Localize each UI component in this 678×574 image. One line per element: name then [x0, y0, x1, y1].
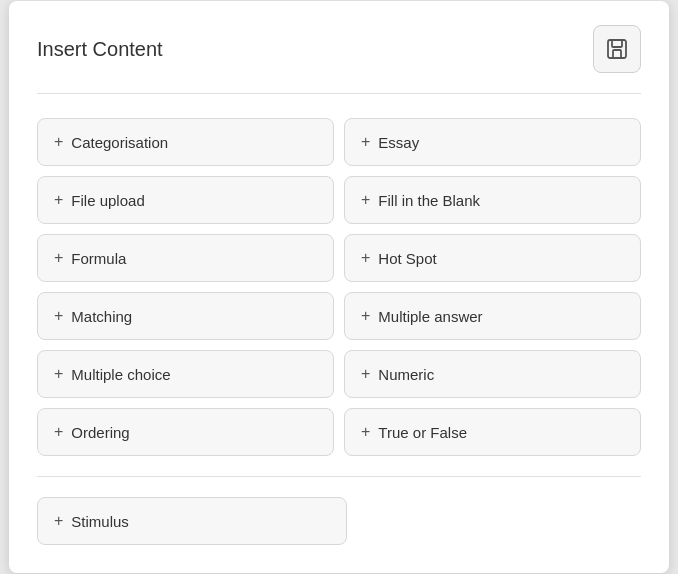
matching-button[interactable]: + Matching: [37, 292, 334, 340]
plus-icon: +: [54, 133, 63, 151]
plus-icon: +: [361, 365, 370, 383]
formula-button[interactable]: + Formula: [37, 234, 334, 282]
file-upload-label: File upload: [71, 192, 144, 209]
panel-header: Insert Content: [37, 25, 641, 73]
file-upload-button[interactable]: + File upload: [37, 176, 334, 224]
plus-icon: +: [361, 249, 370, 267]
save-icon: [605, 37, 629, 61]
categorisation-button[interactable]: + Categorisation: [37, 118, 334, 166]
stimulus-button[interactable]: + Stimulus: [37, 497, 347, 545]
categorisation-label: Categorisation: [71, 134, 168, 151]
content-grid: + Categorisation + Essay + File upload +…: [37, 118, 641, 456]
numeric-button[interactable]: + Numeric: [344, 350, 641, 398]
true-or-false-label: True or False: [378, 424, 467, 441]
svg-rect-1: [612, 40, 622, 47]
hot-spot-label: Hot Spot: [378, 250, 436, 267]
ordering-label: Ordering: [71, 424, 129, 441]
plus-icon: +: [54, 512, 63, 530]
plus-icon: +: [361, 307, 370, 325]
ordering-button[interactable]: + Ordering: [37, 408, 334, 456]
multiple-choice-label: Multiple choice: [71, 366, 170, 383]
insert-content-panel: Insert Content + Categorisation + Essay …: [9, 1, 669, 573]
formula-label: Formula: [71, 250, 126, 267]
panel-title: Insert Content: [37, 38, 163, 61]
svg-rect-0: [608, 40, 626, 58]
numeric-label: Numeric: [378, 366, 434, 383]
svg-rect-2: [613, 50, 621, 58]
plus-icon: +: [361, 191, 370, 209]
multiple-answer-button[interactable]: + Multiple answer: [344, 292, 641, 340]
essay-label: Essay: [378, 134, 419, 151]
hot-spot-button[interactable]: + Hot Spot: [344, 234, 641, 282]
stimulus-label: Stimulus: [71, 513, 129, 530]
plus-icon: +: [361, 133, 370, 151]
matching-label: Matching: [71, 308, 132, 325]
plus-icon: +: [54, 307, 63, 325]
bottom-divider: [37, 476, 641, 477]
multiple-choice-button[interactable]: + Multiple choice: [37, 350, 334, 398]
true-or-false-button[interactable]: + True or False: [344, 408, 641, 456]
plus-icon: +: [54, 365, 63, 383]
multiple-answer-label: Multiple answer: [378, 308, 482, 325]
plus-icon: +: [54, 423, 63, 441]
plus-icon: +: [54, 249, 63, 267]
plus-icon: +: [361, 423, 370, 441]
essay-button[interactable]: + Essay: [344, 118, 641, 166]
fill-blank-button[interactable]: + Fill in the Blank: [344, 176, 641, 224]
header-divider: [37, 93, 641, 94]
bottom-section: + Stimulus: [37, 497, 641, 545]
plus-icon: +: [54, 191, 63, 209]
save-button[interactable]: [593, 25, 641, 73]
fill-blank-label: Fill in the Blank: [378, 192, 480, 209]
